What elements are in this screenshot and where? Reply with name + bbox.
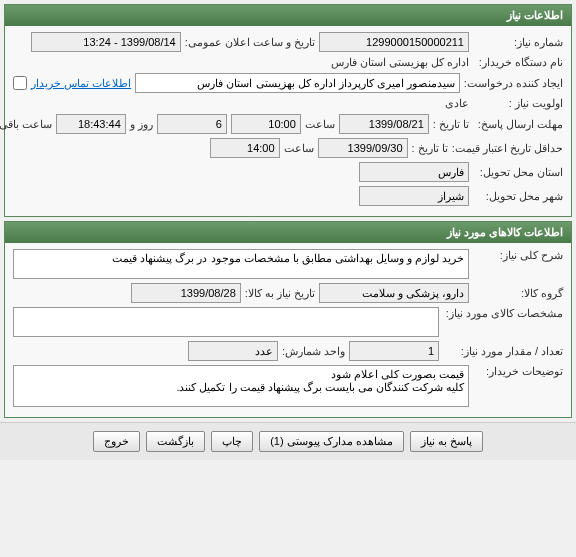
qty-field bbox=[349, 341, 439, 361]
notes-field[interactable] bbox=[13, 365, 469, 407]
need-info-panel: اطلاعات نیاز شماره نیاز: تاریخ و ساعت اع… bbox=[4, 4, 572, 217]
print-button[interactable]: چاپ bbox=[211, 431, 253, 452]
province-label: استان محل تحویل: bbox=[473, 166, 563, 179]
request-number-label: شماره نیاز: bbox=[473, 36, 563, 49]
unit-label: واحد شمارش: bbox=[282, 345, 345, 358]
spec-label: مشخصات کالای مورد نیاز: bbox=[443, 307, 563, 320]
buyer-org-value: اداره کل بهزیستی استان فارس bbox=[331, 56, 469, 69]
goods-info-panel: اطلاعات کالاهای مورد نیاز شرح کلی نیاز: … bbox=[4, 221, 572, 418]
deadline-time-label: ساعت bbox=[305, 118, 335, 131]
deadline-time-field bbox=[231, 114, 301, 134]
city-field bbox=[359, 186, 469, 206]
request-number-field bbox=[319, 32, 469, 52]
creator-field bbox=[135, 73, 460, 93]
unit-field bbox=[188, 341, 278, 361]
group-label: گروه کالا: bbox=[473, 287, 563, 300]
city-label: شهر محل تحویل: bbox=[473, 190, 563, 203]
remaining-label: ساعت باقی مانده bbox=[0, 118, 52, 131]
back-button[interactable]: بازگشت bbox=[146, 431, 205, 452]
contact-checkbox[interactable] bbox=[13, 76, 27, 90]
validity-until-label: تا تاریخ : bbox=[412, 142, 448, 155]
respond-button[interactable]: پاسخ به نیاز bbox=[410, 431, 483, 452]
priority-value: عادی bbox=[445, 97, 469, 110]
validity-time-field bbox=[210, 138, 280, 158]
announce-label: تاریخ و ساعت اعلان عمومی: bbox=[185, 36, 315, 49]
deadline-until-label: تا تاریخ : bbox=[433, 118, 469, 131]
buyer-contact-link[interactable]: اطلاعات تماس خریدار bbox=[31, 77, 131, 90]
need-date-field bbox=[131, 283, 241, 303]
remaining-days-field bbox=[157, 114, 227, 134]
creator-label: ایجاد کننده درخواست: bbox=[464, 77, 563, 90]
buyer-org-label: نام دستگاه خریدار: bbox=[473, 56, 563, 69]
deadline-date-field bbox=[339, 114, 429, 134]
need-date-label: تاریخ نیاز به کالا: bbox=[245, 287, 315, 300]
validity-label: حداقل تاریخ اعتبار قیمت: bbox=[452, 142, 563, 155]
need-info-header: اطلاعات نیاز bbox=[5, 5, 571, 26]
spec-field[interactable] bbox=[13, 307, 439, 337]
goods-info-header: اطلاعات کالاهای مورد نیاز bbox=[5, 222, 571, 243]
priority-label: اولویت نیاز : bbox=[473, 97, 563, 110]
deadline-label: مهلت ارسال پاسخ: bbox=[473, 118, 563, 131]
exit-button[interactable]: خروج bbox=[93, 431, 140, 452]
announce-field bbox=[31, 32, 181, 52]
view-attachments-button[interactable]: مشاهده مدارک پیوستی (1) bbox=[259, 431, 404, 452]
validity-time-label: ساعت bbox=[284, 142, 314, 155]
footer-toolbar: پاسخ به نیاز مشاهده مدارک پیوستی (1) چاپ… bbox=[0, 422, 576, 460]
group-field bbox=[319, 283, 469, 303]
desc-label: شرح کلی نیاز: bbox=[473, 249, 563, 262]
validity-date-field bbox=[318, 138, 408, 158]
day-and-label: روز و bbox=[130, 118, 153, 131]
goods-info-body: شرح کلی نیاز: گروه کالا: تاریخ نیاز به ک… bbox=[5, 243, 571, 417]
need-info-body: شماره نیاز: تاریخ و ساعت اعلان عمومی: نا… bbox=[5, 26, 571, 216]
notes-label: توضیحات خریدار: bbox=[473, 365, 563, 378]
desc-field[interactable] bbox=[13, 249, 469, 279]
remaining-time-field bbox=[56, 114, 126, 134]
qty-label: تعداد / مقدار مورد نیاز: bbox=[443, 345, 563, 358]
province-field bbox=[359, 162, 469, 182]
